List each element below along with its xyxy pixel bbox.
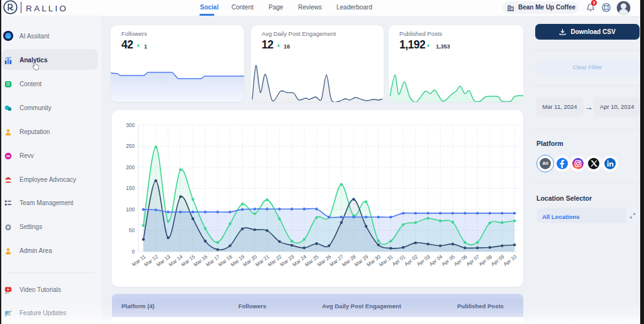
svg-text:300: 300: [126, 122, 135, 128]
svg-text:50: 50: [129, 227, 135, 233]
svg-text:200: 200: [126, 164, 135, 170]
svg-text:150: 150: [126, 185, 135, 191]
svg-text:Apr 04: Apr 04: [428, 254, 444, 267]
svg-text:Apr 06: Apr 06: [453, 254, 469, 267]
svg-text:250: 250: [126, 143, 135, 149]
svg-text:Apr 05: Apr 05: [441, 254, 457, 267]
svg-text:Apr 08: Apr 08: [478, 254, 494, 267]
svg-text:Apr 09: Apr 09: [490, 254, 506, 267]
svg-text:0: 0: [131, 249, 135, 255]
svg-text:Apr 07: Apr 07: [465, 254, 481, 267]
svg-text:Mar 31: Mar 31: [378, 254, 394, 268]
svg-text:Apr 10: Apr 10: [502, 254, 518, 267]
svg-text:Apr 01: Apr 01: [391, 254, 407, 267]
svg-text:Apr 03: Apr 03: [416, 254, 431, 267]
svg-text:100: 100: [126, 206, 135, 213]
svg-text:Apr 02: Apr 02: [404, 254, 419, 267]
